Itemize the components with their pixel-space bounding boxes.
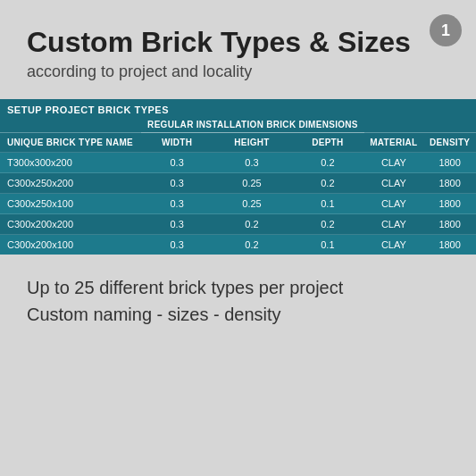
cell-material: CLAY	[364, 153, 424, 173]
cell-density: 1800	[423, 153, 476, 173]
cell-name: T300x300x200	[0, 153, 141, 173]
cell-material: CLAY	[364, 235, 424, 255]
cell-height: 0.2	[213, 214, 291, 235]
cell-material: CLAY	[364, 173, 424, 194]
cell-width: 0.3	[141, 235, 212, 255]
cell-depth: 0.1	[291, 235, 363, 255]
footer-section: Up to 25 different brick types per proje…	[0, 255, 476, 337]
section-header-row: SETUP PROJECT BRICK TYPES	[0, 99, 476, 117]
cell-density: 1800	[423, 173, 476, 194]
table-row: T300x300x2000.30.30.2CLAY1800	[0, 153, 476, 173]
col-material: MATERIAL	[364, 133, 424, 153]
header-section: Custom Brick Types & Sizes according to …	[0, 0, 476, 90]
cell-width: 0.3	[141, 173, 212, 194]
cell-depth: 0.2	[291, 214, 363, 235]
footer-line2: Custom naming - sizes - density	[27, 301, 449, 328]
table-row: C300x250x1000.30.250.1CLAY1800	[0, 194, 476, 214]
cell-height: 0.25	[213, 173, 291, 194]
cell-width: 0.3	[141, 214, 212, 235]
table-body: T300x300x2000.30.30.2CLAY1800C300x250x20…	[0, 153, 476, 255]
footer-line1: Up to 25 different brick types per proje…	[27, 274, 449, 301]
cell-density: 1800	[423, 235, 476, 255]
brick-table: SETUP PROJECT BRICK TYPES REGULAR INSTAL…	[0, 99, 476, 255]
brick-table-wrapper: SETUP PROJECT BRICK TYPES REGULAR INSTAL…	[0, 99, 476, 255]
badge-label: 1	[441, 21, 450, 40]
cell-height: 0.25	[213, 194, 291, 214]
col-depth: DEPTH	[291, 133, 363, 153]
column-header-row: UNIQUE BRICK TYPE NAME WIDTH HEIGHT DEPT…	[0, 133, 476, 153]
cell-width: 0.3	[141, 153, 212, 173]
cell-material: CLAY	[364, 194, 424, 214]
dim-group-row: REGULAR INSTALLATION BRICK DIMENSIONS	[0, 117, 476, 133]
section-header-cell: SETUP PROJECT BRICK TYPES	[0, 99, 476, 117]
dim-group-header: REGULAR INSTALLATION BRICK DIMENSIONS	[141, 117, 363, 133]
cell-depth: 0.2	[291, 173, 363, 194]
page-subtitle: according to project and locality	[27, 63, 449, 81]
cell-height: 0.2	[213, 235, 291, 255]
cell-density: 1800	[423, 214, 476, 235]
cell-height: 0.3	[213, 153, 291, 173]
cell-name: C300x200x200	[0, 214, 141, 235]
cell-density: 1800	[423, 194, 476, 214]
page-title: Custom Brick Types & Sizes	[27, 25, 449, 59]
col-brick-name: UNIQUE BRICK TYPE NAME	[0, 133, 141, 153]
cell-name: C300x200x100	[0, 235, 141, 255]
cell-material: CLAY	[364, 214, 424, 235]
cell-depth: 0.2	[291, 153, 363, 173]
cell-name: C300x250x100	[0, 194, 141, 214]
cell-name: C300x250x200	[0, 173, 141, 194]
table-row: C300x200x1000.30.20.1CLAY1800	[0, 235, 476, 255]
table-row: C300x250x2000.30.250.2CLAY1800	[0, 173, 476, 194]
cell-depth: 0.1	[291, 194, 363, 214]
col-width: WIDTH	[141, 133, 212, 153]
cell-width: 0.3	[141, 194, 212, 214]
table-row: C300x200x2000.30.20.2CLAY1800	[0, 214, 476, 235]
col-height: HEIGHT	[213, 133, 291, 153]
page-badge: 1	[430, 14, 462, 46]
col-density: DENSITY	[423, 133, 476, 153]
